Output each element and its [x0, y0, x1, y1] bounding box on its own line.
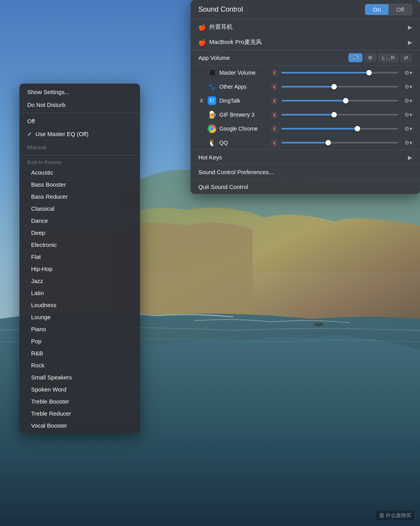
app-name-gif: GIF Brewery 3: [219, 112, 266, 118]
apple-icon-mic: 🍎: [198, 39, 205, 46]
ctx-preset-spoken-word[interactable]: Spoken Word: [19, 383, 140, 395]
mute-icon-other[interactable]: 🔇: [271, 83, 278, 91]
app-volume-label: App Volume: [198, 54, 230, 61]
device-row-macbook-mic[interactable]: 🍎 MacBook Pro麦克风 ▶: [191, 35, 420, 50]
ctx-preset-rock[interactable]: Rock: [19, 359, 140, 371]
ctx-preset-acoustic[interactable]: Acoustic: [19, 166, 140, 178]
toggle-on-button[interactable]: On: [365, 4, 388, 15]
ctx-preset-small-speakers[interactable]: Small Speakers: [19, 371, 140, 383]
quit-label: Quit Sound Control: [198, 183, 248, 190]
panel-header: Sound Control On Off: [191, 0, 420, 19]
app-name-master: Master Volume: [219, 70, 266, 76]
ctx-preset-bass-reducer[interactable]: Bass Reducer: [19, 190, 140, 203]
slider-chrome[interactable]: [282, 125, 398, 133]
device-name-ext-headphones: 外置耳机: [209, 23, 233, 31]
slider-gif[interactable]: [282, 111, 398, 119]
settings-icon-gif[interactable]: ⚙▾: [404, 112, 412, 118]
ctx-preset-piano[interactable]: Piano: [19, 323, 140, 335]
menu-item-preferences[interactable]: Sound Control Preferences...: [191, 164, 420, 179]
ctx-do-not-disturb[interactable]: Do Not Disturb: [19, 98, 140, 111]
settings-icon-dingtalk[interactable]: ⚙▾: [404, 98, 412, 104]
app-name-qq: QQ: [219, 140, 266, 146]
app-icon-master: 🖥: [208, 68, 216, 77]
ctx-preset-dance[interactable]: Dance: [19, 215, 140, 227]
ctx-separator-1: [19, 113, 140, 113]
device-section: 🍎 外置耳机 ▶ 🍎 MacBook Pro麦克风 ▶: [191, 19, 420, 50]
app-row-other-apps: 🐾 Other Apps 🔇 ⚙▾: [191, 80, 420, 94]
slider-master[interactable]: [282, 69, 398, 77]
app-icon-chrome: [208, 124, 216, 133]
app-icon-dingtalk: 钉: [208, 96, 216, 105]
ctx-manual: Manual: [19, 141, 140, 154]
preferences-label: Sound Control Preferences...: [198, 169, 273, 175]
ctx-preset-latin[interactable]: Latin: [19, 287, 140, 299]
ctx-preset-treble-booster[interactable]: Treble Booster: [19, 395, 140, 407]
ctx-preset-bass-booster[interactable]: Bass Booster: [19, 178, 140, 190]
chevron-right-icon-headphones: ▶: [408, 24, 412, 30]
ctx-preset-rb[interactable]: R&B: [19, 347, 140, 359]
ctx-preset-treble-reducer[interactable]: Treble Reducer: [19, 407, 140, 419]
slider-qq[interactable]: [282, 139, 398, 147]
ctx-separator-2: [19, 155, 140, 156]
ctx-show-settings[interactable]: Show Settings...: [19, 86, 140, 98]
ctx-preset-lounge[interactable]: Lounge: [19, 311, 140, 323]
app-row-qq: 🐧 QQ 🔇 ⚙▾: [191, 136, 420, 150]
settings-icon-qq[interactable]: ⚙▾: [404, 140, 412, 146]
device-row-ext-headphones[interactable]: 🍎 外置耳机 ▶: [191, 19, 420, 35]
svg-point-1: [314, 323, 324, 327]
ctx-preset-deep[interactable]: Deep: [19, 227, 140, 239]
settings-icon-master[interactable]: ⚙▾: [404, 70, 412, 76]
ctx-off[interactable]: Off: [19, 115, 140, 128]
app-row-dingtalk: X 钉 DingTalk 🔇 ⚙▾: [191, 94, 420, 108]
app-icon-other: 🐾: [208, 82, 216, 91]
ctx-preset-jazz[interactable]: Jazz: [19, 275, 140, 287]
watermark: 值 什么值得买: [376, 511, 414, 520]
ctx-use-master-eq[interactable]: Use Master EQ (Off): [19, 128, 140, 141]
main-panel: Sound Control On Off 🍎 外置耳机 ▶ 🍎 MacBook …: [191, 0, 420, 194]
app-name-dingtalk: DingTalk: [219, 98, 266, 104]
volume-tab-volume[interactable]: 🔊: [348, 53, 362, 62]
app-x-dingtalk[interactable]: X: [198, 98, 205, 104]
app-name-other: Other Apps: [219, 84, 266, 90]
volume-tab-lr[interactable]: L🎧R: [378, 53, 399, 62]
ctx-preset-classical[interactable]: Classical: [19, 203, 140, 215]
device-name-macbook-mic: MacBook Pro麦克风: [209, 38, 262, 46]
volume-tab-eq[interactable]: ⚙: [364, 53, 376, 62]
app-row-master-volume: 🖥 Master Volume 🔇 ⚙▾: [191, 66, 420, 80]
mute-icon-master[interactable]: 🔇: [271, 69, 278, 77]
slider-dingtalk[interactable]: [282, 97, 398, 105]
chevron-right-hot-keys: ▶: [408, 154, 412, 161]
slider-other[interactable]: [282, 83, 398, 91]
hot-keys-label: Hot Keys: [198, 154, 222, 161]
apple-icon-headphones: 🍎: [198, 24, 205, 31]
menu-item-hot-keys[interactable]: Hot Keys ▶: [191, 150, 420, 164]
app-volume-header: App Volume 🔊 ⚙ L🎧R ⇄: [191, 50, 420, 66]
mute-icon-qq[interactable]: 🔇: [271, 139, 278, 147]
ctx-section-label: Built-In Presets: [19, 157, 140, 166]
ctx-preset-loudness[interactable]: Loudness: [19, 299, 140, 311]
volume-tab-shuffle[interactable]: ⇄: [400, 53, 412, 62]
menu-item-quit[interactable]: Quit Sound Control: [191, 179, 420, 194]
settings-icon-other[interactable]: ⚙▾: [404, 84, 412, 90]
chevron-right-icon-mic: ▶: [408, 39, 412, 45]
app-icon-qq: 🐧: [208, 138, 216, 147]
mute-icon-dingtalk[interactable]: 🔇: [271, 97, 278, 105]
mute-icon-chrome[interactable]: 🔇: [271, 125, 278, 133]
ctx-preset-hip-hop[interactable]: Hip-Hop: [19, 263, 140, 275]
app-row-chrome: Google Chrome 🔇 ⚙▾: [191, 122, 420, 136]
svg-point-4: [210, 127, 214, 130]
ctx-preset-pop[interactable]: Pop: [19, 335, 140, 347]
toggle-off-button[interactable]: Off: [388, 4, 412, 15]
on-off-toggle[interactable]: On Off: [365, 4, 412, 15]
app-name-chrome: Google Chrome: [219, 126, 266, 132]
mute-icon-gif[interactable]: 🔇: [271, 111, 278, 119]
app-icon-gif: 🍺: [208, 110, 216, 119]
ctx-preset-vocal-booster[interactable]: Vocal Booster: [19, 419, 140, 432]
app-row-gif-brewery: 🍺 GIF Brewery 3 🔇 ⚙▾: [191, 108, 420, 122]
watermark-text: 值 什么值得买: [379, 512, 411, 518]
settings-icon-chrome[interactable]: ⚙▾: [404, 126, 412, 132]
panel-title: Sound Control: [198, 5, 243, 14]
ctx-preset-electronic[interactable]: Electronic: [19, 239, 140, 251]
volume-controls: 🔊 ⚙ L🎧R ⇄: [348, 53, 412, 62]
ctx-preset-flat[interactable]: Flat: [19, 251, 140, 263]
